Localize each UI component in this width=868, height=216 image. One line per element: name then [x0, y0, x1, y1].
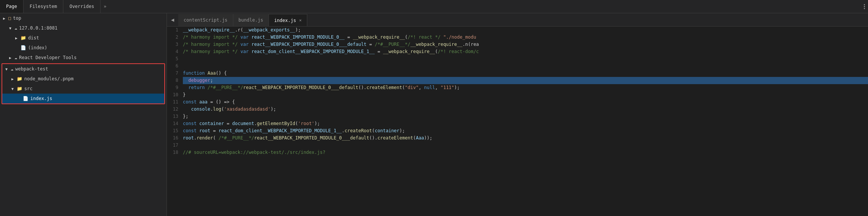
ln-4: 4	[170, 48, 178, 55]
code-line-18: //# sourceURL=webpack://webpack-test/./s…	[183, 149, 868, 156]
ln-13: 13	[170, 113, 178, 120]
back-button[interactable]: ◀	[167, 13, 178, 26]
top-tab-bar: Page Filesystem Overrides »	[0, 0, 868, 13]
arrow-icon: ▶	[9, 56, 14, 60]
arrow-icon: ▼	[5, 67, 11, 71]
ln-3: 3	[170, 41, 178, 48]
ln-14: 14	[170, 120, 178, 127]
ln-7: 7	[170, 70, 178, 77]
sidebar-item-index-paren[interactable]: ▶ 📄 (index)	[0, 43, 167, 53]
tab-context-menu-button[interactable]	[861, 0, 868, 13]
line-numbers: 1 2 3 4 5 6 7 8 9 10 11 12 13 14 15 16 1…	[167, 27, 183, 216]
tab-filesystem[interactable]: Filesystem	[24, 0, 63, 13]
code-line-2: /* harmony import */ var react__WEBPACK_…	[183, 34, 868, 41]
code-line-13: };	[183, 113, 868, 120]
ln-9: 9	[170, 84, 178, 91]
sidebar-item-webpack-test[interactable]: ▼ ☁ webpack-test	[2, 64, 164, 74]
code-line-1: __webpack_require__.r(__webpack_exports_…	[183, 27, 868, 34]
sidebar-item-dist[interactable]: ▶ 📁 dist	[0, 33, 167, 43]
sidebar-item-top-label: top	[13, 16, 164, 21]
cloud-icon: ☁	[14, 25, 17, 31]
back-icon: ◀	[171, 17, 174, 23]
code-line-10: }	[183, 91, 868, 99]
ln-16: 16	[170, 135, 178, 142]
more-tabs-button[interactable]: »	[101, 0, 109, 13]
folder-icon: 📁	[17, 86, 22, 91]
more-tabs-icon: »	[104, 4, 106, 9]
code-line-17	[183, 142, 868, 149]
code-line-16: root.render( /*#__PURE__*/react__WEBPACK…	[183, 135, 868, 142]
code-line-12: console.log('xasdadasdasdasd');	[183, 106, 868, 113]
code-line-8: debugger;	[183, 77, 868, 84]
code-lines: __webpack_require__.r(__webpack_exports_…	[183, 27, 868, 216]
code-line-5	[183, 55, 868, 63]
sidebar-server-label: 127.0.0.1:8081	[19, 25, 164, 31]
code-line-14: const container = document.getElementByI…	[183, 120, 868, 127]
sidebar-item-indexjs[interactable]: ▶ 📄 index.js	[2, 94, 164, 103]
sidebar-item-node-modules[interactable]: ▶ 📁 node_modules/.pnpm	[2, 74, 164, 84]
file-icon: 📄	[20, 45, 26, 50]
file-icon: 📄	[23, 96, 28, 101]
dots-icon	[864, 4, 865, 9]
sidebar: ▶ □ top ▼ ☁ 127.0.0.1:8081 ▶ 📁 dist ▶ 📄 …	[0, 13, 167, 216]
ln-11: 11	[170, 99, 178, 106]
ln-6: 6	[170, 63, 178, 70]
sidebar-dist-label: dist	[28, 35, 164, 41]
editor: ◀ contentScript.js bundle.js index.js ✕ …	[167, 13, 868, 216]
tab-filesystem-label: Filesystem	[30, 4, 57, 9]
folder-icon: □	[8, 16, 11, 21]
sidebar-webpack-label: webpack-test	[15, 66, 161, 72]
editor-tab-bar: ◀ contentScript.js bundle.js index.js ✕	[167, 13, 868, 27]
sidebar-node-modules-label: node_modules/.pnpm	[24, 76, 161, 81]
ln-15: 15	[170, 127, 178, 135]
code-area[interactable]: 1 2 3 4 5 6 7 8 9 10 11 12 13 14 15 16 1…	[167, 27, 868, 216]
highlighted-section: ▼ ☁ webpack-test ▶ 📁 node_modules/.pnpm …	[2, 63, 165, 104]
tab-page-label: Page	[6, 4, 17, 9]
cloud-icon: ☁	[11, 66, 13, 72]
code-line-6	[183, 63, 868, 70]
tab-content-script-label: contentScript.js	[184, 17, 228, 23]
code-line-9: return /*#__PURE__*/react__WEBPACK_IMPOR…	[183, 84, 868, 91]
tab-bundle[interactable]: bundle.js	[233, 14, 269, 26]
sidebar-src-label: src	[24, 86, 161, 91]
sidebar-item-server[interactable]: ▼ ☁ 127.0.0.1:8081	[0, 23, 167, 33]
ln-17: 17	[170, 142, 178, 149]
ln-10: 10	[170, 91, 178, 99]
sidebar-rdt-label: React Developer Tools	[19, 55, 164, 60]
tab-bundle-label: bundle.js	[239, 17, 263, 23]
code-line-4: /* harmony import */ var react_dom_clien…	[183, 48, 868, 55]
ln-8: 8	[170, 77, 178, 84]
tab-overrides[interactable]: Overrides	[63, 0, 101, 13]
tab-index-js[interactable]: index.js ✕	[269, 14, 307, 26]
arrow-icon: ▼	[11, 87, 17, 91]
sidebar-index-paren-label: (index)	[28, 45, 164, 50]
ln-2: 2	[170, 34, 178, 41]
folder-icon: 📁	[17, 76, 22, 81]
main-content: ▶ □ top ▼ ☁ 127.0.0.1:8081 ▶ 📁 dist ▶ 📄 …	[0, 13, 868, 216]
arrow-icon: ▼	[9, 26, 14, 30]
sidebar-item-src[interactable]: ▼ 📁 src	[2, 84, 164, 94]
arrow-icon: ▶	[3, 16, 8, 20]
tab-page[interactable]: Page	[0, 0, 24, 13]
close-tab-icon[interactable]: ✕	[299, 18, 302, 23]
tab-index-js-label: index.js	[274, 18, 296, 23]
tab-overrides-label: Overrides	[69, 4, 94, 9]
ln-12: 12	[170, 106, 178, 113]
arrow-icon: ▶	[15, 36, 20, 40]
sidebar-item-react-dev-tools[interactable]: ▶ ☁ React Developer Tools	[0, 53, 167, 63]
code-line-3: /* harmony import */ var react__WEBPACK_…	[183, 41, 868, 48]
ln-1: 1	[170, 27, 178, 34]
code-line-11: const aaa = () => {	[183, 99, 868, 106]
sidebar-item-top[interactable]: ▶ □ top	[0, 13, 167, 23]
ln-5: 5	[170, 55, 178, 63]
tab-content-script[interactable]: contentScript.js	[178, 14, 233, 26]
sidebar-indexjs-label: index.js	[30, 96, 161, 101]
code-line-15: const root = react_dom_client__WEBPACK_I…	[183, 127, 868, 135]
arrow-icon: ▶	[11, 77, 17, 81]
ln-18: 18	[170, 149, 178, 156]
code-line-7: function Aaa() {	[183, 70, 868, 77]
folder-icon: 📁	[20, 35, 26, 41]
cloud-icon: ☁	[14, 55, 17, 60]
